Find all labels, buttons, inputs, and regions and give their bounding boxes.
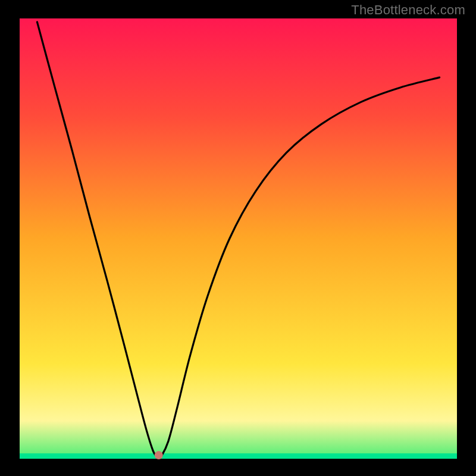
minimum-marker — [155, 451, 163, 459]
bottleneck-chart — [0, 0, 476, 476]
plot-background — [20, 18, 457, 459]
chart-stage: TheBottleneck.com — [0, 0, 476, 476]
watermark-label: TheBottleneck.com — [351, 2, 465, 18]
